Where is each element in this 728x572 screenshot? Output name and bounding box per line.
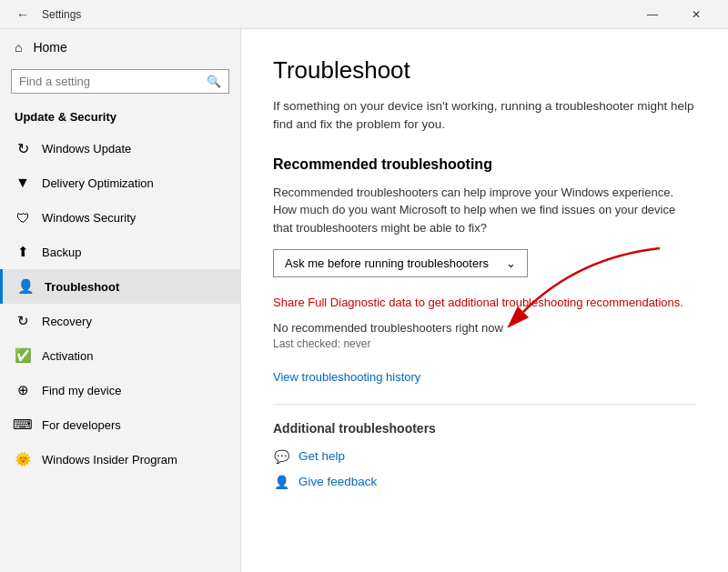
give-feedback-label: Give feedback — [298, 475, 377, 488]
sidebar-item-label: Delivery Optimization — [42, 176, 154, 190]
additional-section-title: Additional troubleshooters — [273, 404, 696, 436]
sidebar-item-backup[interactable]: ⬆ Backup — [0, 235, 240, 269]
sidebar-item-windows-update[interactable]: ↻ Windows Update — [0, 131, 240, 166]
titlebar-left: ← Settings — [11, 5, 81, 24]
sidebar-item-delivery-optimization[interactable]: ▼ Delivery Optimization — [0, 166, 240, 200]
sidebar-search-box[interactable]: 🔍 — [11, 69, 229, 94]
sidebar-item-for-developers[interactable]: ⌨ For developers — [0, 407, 240, 442]
troubleshooter-status: No recommended troubleshooters right now — [273, 321, 696, 335]
view-history-link[interactable]: View troubleshooting history — [273, 370, 696, 384]
back-button[interactable]: ← — [11, 5, 35, 24]
dropdown-label: Ask me before running troubleshooters — [285, 256, 489, 270]
windows-insider-icon: 🌞 — [15, 451, 31, 467]
give-feedback-link[interactable]: 👤 Give feedback — [273, 474, 696, 490]
windows-update-icon: ↻ — [15, 140, 31, 156]
backup-icon: ⬆ — [15, 244, 31, 260]
troubleshooter-last-checked: Last checked: never — [273, 337, 696, 350]
get-help-icon: 💬 — [273, 448, 289, 465]
titlebar-controls: — ✕ — [632, 0, 717, 29]
page-description: If something on your device isn't workin… — [273, 97, 696, 135]
titlebar-title: Settings — [42, 8, 81, 21]
sidebar-section-label: Update & Security — [0, 105, 240, 131]
page-title: Troubleshoot — [273, 56, 696, 85]
sidebar-item-label: Activation — [42, 349, 93, 363]
sidebar-item-label: Windows Insider Program — [42, 453, 177, 467]
search-icon: 🔍 — [207, 75, 221, 88]
troubleshooter-dropdown[interactable]: Ask me before running troubleshooters ⌄ — [273, 249, 528, 277]
minimize-button[interactable]: — — [632, 0, 673, 29]
sidebar-item-activation[interactable]: ✅ Activation — [0, 338, 240, 373]
recommended-section-desc: Recommended troubleshooters can help imp… — [273, 184, 696, 237]
sidebar-item-windows-insider[interactable]: 🌞 Windows Insider Program — [0, 442, 240, 477]
main-content: Troubleshoot If something on your device… — [241, 29, 728, 572]
sidebar: ⌂ Home 🔍 Update & Security ↻ Windows Upd… — [0, 29, 241, 572]
titlebar: ← Settings — ✕ — [0, 0, 728, 29]
diagnostic-data-link[interactable]: Share Full Diagnostic data to get additi… — [273, 296, 683, 309]
sidebar-home-label: Home — [33, 40, 66, 55]
sidebar-item-label: For developers — [42, 418, 121, 432]
sidebar-item-home[interactable]: ⌂ Home — [0, 29, 240, 65]
arrow-container: Share Full Diagnostic data to get additi… — [273, 294, 696, 312]
sidebar-item-windows-security[interactable]: 🛡 Windows Security — [0, 200, 240, 235]
shield-icon: 🛡 — [15, 209, 31, 226]
find-device-icon: ⊕ — [15, 382, 31, 398]
get-help-label: Get help — [298, 449, 345, 463]
sidebar-item-label: Windows Security — [42, 211, 136, 225]
sidebar-item-label: Recovery — [42, 315, 92, 328]
activation-icon: ✅ — [15, 347, 31, 364]
get-help-link[interactable]: 💬 Get help — [273, 448, 696, 465]
close-button[interactable]: ✕ — [675, 0, 717, 29]
recovery-icon: ↻ — [15, 313, 31, 329]
sidebar-item-label: Troubleshoot — [45, 280, 119, 294]
sidebar-item-label: Windows Update — [42, 142, 131, 156]
troubleshoot-icon: 👤 — [17, 278, 34, 295]
delivery-optimization-icon: ▼ — [15, 175, 31, 191]
search-input[interactable] — [19, 75, 207, 88]
developer-icon: ⌨ — [15, 416, 31, 433]
sidebar-item-find-my-device[interactable]: ⊕ Find my device — [0, 373, 240, 407]
sidebar-item-label: Backup — [42, 246, 81, 259]
sidebar-item-label: Find my device — [42, 384, 121, 397]
chevron-down-icon: ⌄ — [506, 256, 516, 270]
recommended-section-title: Recommended troubleshooting — [273, 156, 696, 173]
home-icon: ⌂ — [15, 40, 22, 55]
app-body: ⌂ Home 🔍 Update & Security ↻ Windows Upd… — [0, 29, 728, 572]
give-feedback-icon: 👤 — [273, 474, 289, 490]
sidebar-item-troubleshoot[interactable]: 👤 Troubleshoot — [0, 269, 240, 304]
sidebar-item-recovery[interactable]: ↻ Recovery — [0, 304, 240, 338]
